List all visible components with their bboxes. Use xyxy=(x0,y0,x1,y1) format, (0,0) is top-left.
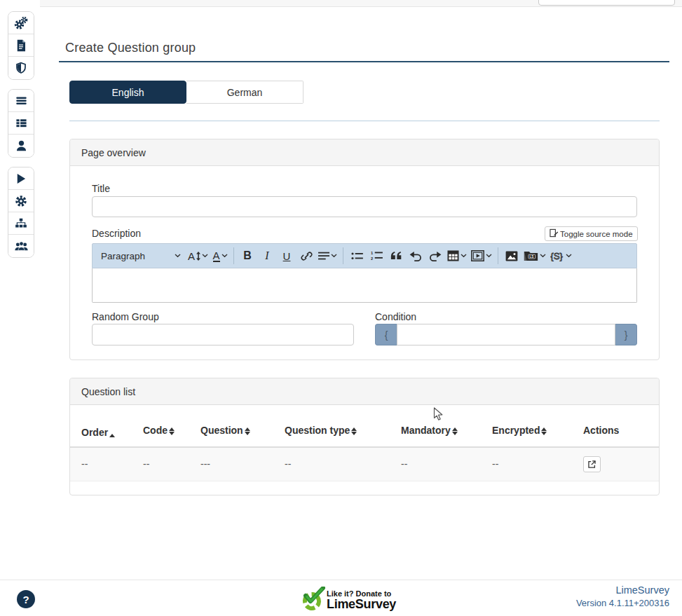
question-list-table: Order Code Question Question type Mandat… xyxy=(70,405,659,481)
insert-image-button[interactable] xyxy=(504,247,519,265)
top-right-cutoff-button[interactable] xyxy=(538,0,675,6)
limesurvey-admin-page: Create Question group English German Pag… xyxy=(0,0,682,616)
font-color-icon: A xyxy=(213,250,220,262)
text-align-dropdown[interactable] xyxy=(318,247,337,265)
chevron-down-icon xyxy=(331,254,337,258)
sidebar-item-list-question-groups[interactable] xyxy=(8,112,34,135)
toggle-source-mode-button[interactable]: Toggle source mode xyxy=(545,226,638,241)
numbered-list-icon: 1 2 xyxy=(371,251,383,261)
link-button[interactable] xyxy=(299,247,314,265)
cell-question-type: -- xyxy=(279,447,395,481)
sidebar-item-permissions[interactable] xyxy=(8,57,34,79)
version-info: LimeSurvey Version 4.1.11+200316 xyxy=(576,584,669,608)
column-question-label: Question xyxy=(200,425,243,436)
editor-content-area[interactable] xyxy=(92,268,637,303)
numbered-list-button[interactable]: 1 2 xyxy=(369,247,384,265)
column-actions-label: Actions xyxy=(583,425,619,436)
undo-button[interactable] xyxy=(408,247,423,265)
quick-menu-sidebar xyxy=(8,11,34,267)
expression-manager-dropdown[interactable]: {S} xyxy=(550,247,572,265)
chevron-down-icon xyxy=(540,254,546,258)
sidebar-group-3 xyxy=(8,167,34,258)
bold-button[interactable]: B xyxy=(240,247,255,265)
chevron-down-icon xyxy=(175,254,181,258)
sidebar-item-preview-survey[interactable] xyxy=(8,167,34,190)
list-icon xyxy=(15,95,27,106)
source-code-icon xyxy=(550,228,559,239)
random-group-input[interactable] xyxy=(92,324,354,345)
tab-english[interactable]: English xyxy=(69,81,186,104)
paragraph-style-dropdown[interactable]: Paragraph xyxy=(98,247,184,265)
media-embed-icon xyxy=(471,250,484,261)
donate-text: Like it? Donate to LimeSurvey xyxy=(327,590,396,611)
sidebar-item-participants[interactable] xyxy=(8,135,34,157)
th-list-icon xyxy=(15,118,27,128)
sidebar-item-survey[interactable] xyxy=(8,34,34,57)
random-group-label: Random Group xyxy=(92,311,159,322)
condition-input[interactable] xyxy=(397,324,615,345)
column-question-type[interactable]: Question type xyxy=(279,405,395,447)
description-label: Description xyxy=(92,228,141,239)
question-list-panel: Question list Order Code Question Questi… xyxy=(69,378,660,495)
version-number: Version 4.1.11+200316 xyxy=(576,598,669,608)
bulleted-list-button[interactable] xyxy=(349,247,364,265)
gears-icon xyxy=(14,16,28,30)
font-size-arrows-icon xyxy=(196,252,200,261)
help-button[interactable]: ? xyxy=(17,590,35,608)
sidebar-item-survey-users[interactable] xyxy=(8,235,34,257)
open-question-button[interactable] xyxy=(583,456,601,472)
table-row: -- -- --- -- -- -- xyxy=(70,447,659,481)
tab-german[interactable]: German xyxy=(186,81,304,104)
cell-question: --- xyxy=(195,447,279,481)
cell-code: -- xyxy=(137,447,195,481)
toggle-source-mode-label: Toggle source mode xyxy=(560,230,633,238)
block-quote-button[interactable] xyxy=(388,247,404,265)
editor-toolbar: Paragraph A A B I U xyxy=(92,243,637,268)
align-icon xyxy=(318,252,329,261)
sitemap-icon xyxy=(15,218,27,228)
chevron-down-icon xyxy=(221,254,228,258)
underline-button[interactable]: U xyxy=(279,247,294,265)
column-encrypted[interactable]: Encrypted xyxy=(486,405,578,447)
sidebar-item-survey-structure[interactable] xyxy=(8,212,34,235)
chevron-down-icon xyxy=(202,254,208,258)
table-header-row: Order Code Question Question type Mandat… xyxy=(70,405,659,447)
gear-icon xyxy=(15,195,27,207)
italic-button[interactable]: I xyxy=(259,247,275,265)
sidebar-group-1 xyxy=(8,11,34,80)
ls-expression-icon: {S} xyxy=(550,250,564,261)
title-input[interactable] xyxy=(92,196,637,217)
brand-name[interactable]: LimeSurvey xyxy=(576,584,669,596)
file-manager-dropdown[interactable]: LS xyxy=(524,247,546,265)
sort-icon xyxy=(351,427,357,435)
sidebar-item-global-settings[interactable] xyxy=(8,12,34,34)
column-code-label: Code xyxy=(143,425,168,436)
media-embed-dropdown[interactable] xyxy=(471,247,492,265)
donate-link[interactable]: Like it? Donate to LimeSurvey xyxy=(301,587,396,615)
donate-line-2: LimeSurvey xyxy=(327,598,396,611)
column-order[interactable]: Order xyxy=(70,405,137,447)
font-size-dropdown[interactable]: A xyxy=(188,247,208,265)
column-order-label: Order xyxy=(81,427,108,438)
page-title: Create Question group xyxy=(65,41,196,55)
column-encrypted-label: Encrypted xyxy=(492,425,540,436)
column-code[interactable]: Code xyxy=(137,405,195,447)
svg-text:{S}: {S} xyxy=(550,251,563,261)
column-mandatory[interactable]: Mandatory xyxy=(395,405,486,447)
question-mark-icon: ? xyxy=(22,594,29,605)
redo-button[interactable] xyxy=(428,247,443,265)
font-color-dropdown[interactable]: A xyxy=(212,247,228,265)
play-icon xyxy=(16,173,26,184)
sidebar-item-survey-settings[interactable] xyxy=(8,190,34,212)
sidebar-item-list-questions[interactable] xyxy=(8,90,34,112)
title-underline xyxy=(59,61,669,62)
bulleted-list-icon xyxy=(351,252,363,261)
shield-icon xyxy=(15,62,27,74)
toolbar-separator xyxy=(233,247,234,264)
chevron-down-icon xyxy=(461,254,467,258)
insert-table-dropdown[interactable] xyxy=(447,247,467,265)
toolbar-separator xyxy=(498,247,498,264)
cell-order: -- xyxy=(70,447,137,481)
column-question[interactable]: Question xyxy=(195,405,279,447)
users-icon xyxy=(15,241,28,252)
